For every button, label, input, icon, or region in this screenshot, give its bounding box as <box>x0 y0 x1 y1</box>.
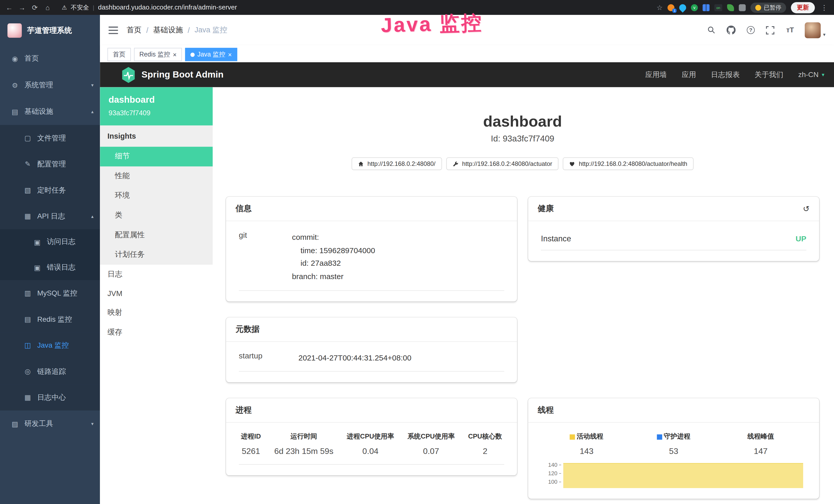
sidebar-item-system[interactable]: ⚙系统管理▾ <box>0 72 100 98</box>
sidebar-item-files[interactable]: ▢文件管理 <box>0 125 100 151</box>
stat-value: 143 <box>543 447 630 456</box>
browser-reload-icon[interactable]: ⟳ <box>31 3 39 11</box>
sidebar-item-label: 配置管理 <box>37 159 66 169</box>
service-url-link[interactable]: http://192.168.0.2:48080/ <box>351 157 442 170</box>
help-icon[interactable]: ? <box>746 25 755 35</box>
tab-redis[interactable]: Redis 监控× <box>134 48 182 61</box>
extension-grid-icon[interactable] <box>703 4 710 11</box>
actuator-url-link[interactable]: http://192.168.0.2:48080/actuator <box>446 157 559 170</box>
caret-down-icon: ▾ <box>823 31 825 37</box>
sba-brand: Spring Boot Admin <box>141 69 223 80</box>
github-icon[interactable] <box>726 25 736 35</box>
extension-leaf-icon[interactable] <box>727 4 734 11</box>
sidebar-item-java[interactable]: ◫Java 监控 <box>0 332 100 358</box>
sidebar-item-redis[interactable]: ▤Redis 监控 <box>0 306 100 332</box>
instance-name: dashboard <box>108 95 204 105</box>
sidebar-item-error-log[interactable]: ▣错误日志 <box>0 255 100 280</box>
address-divider: | <box>93 4 94 11</box>
hamburger-icon[interactable] <box>108 26 118 34</box>
sidebar-item-trace[interactable]: ◎链路追踪 <box>0 359 100 384</box>
sba-insights-group: Insights 细节 性能 环境 类 配置属性 计划任务 <box>100 125 213 265</box>
sba-item-jvm[interactable]: JVM <box>100 284 213 303</box>
emoji-face-icon <box>755 5 761 10</box>
sba-nav-about[interactable]: 关于我们 <box>755 70 784 79</box>
sidebar-item-label: 基础设施 <box>24 107 53 116</box>
browser-forward-icon[interactable]: → <box>18 3 26 11</box>
sidebar-item-jobs[interactable]: ▧定时任务 <box>0 177 100 203</box>
card-title: 进程 <box>236 405 251 415</box>
tags-view: 首页 Redis 监控× Java 监控× <box>100 45 834 62</box>
stat-header: 系统CPU使用率 <box>408 432 455 441</box>
sidebar-item-home[interactable]: ◉首页 <box>0 45 100 72</box>
sba-item-configprops[interactable]: 配置属性 <box>100 225 213 245</box>
app-sidebar: 芋道管理系统 ◉首页 ⚙系统管理▾ ▤基础设施▴ ▢文件管理 ✎配置管理 ▧定时… <box>0 15 100 504</box>
health-instance-label: Instance <box>541 234 571 243</box>
brand[interactable]: 芋道管理系统 <box>0 15 100 45</box>
extensions-puzzle-icon[interactable] <box>739 4 746 11</box>
sba-item-caches[interactable]: 缓存 <box>100 323 213 343</box>
help-glyph: ? <box>747 26 755 34</box>
extension-fox-icon[interactable]: 1 <box>667 4 675 11</box>
sidebar-item-devtools[interactable]: ▨研发工具▾ <box>0 411 100 437</box>
eye-icon: ◎ <box>23 367 32 375</box>
sidebar-item-infra[interactable]: ▤基础设施▴ <box>0 98 100 125</box>
health-url-link[interactable]: http://192.168.0.2:48080/actuator/health <box>563 157 694 170</box>
top-navbar: 首页 / 基础设施 / Java 监控 ? <box>100 15 834 45</box>
tab-java[interactable]: Java 监控× <box>185 48 237 61</box>
sba-item-classes[interactable]: 类 <box>100 206 213 225</box>
sba-item-metrics[interactable]: 性能 <box>100 166 213 186</box>
log-icon: ▦ <box>23 212 32 220</box>
tab-label: Java 监控 <box>197 50 225 59</box>
fullscreen-icon[interactable] <box>766 25 775 35</box>
sidebar-item-label: 访问日志 <box>47 237 75 247</box>
tab-home[interactable]: 首页 <box>107 48 131 61</box>
sidebar-item-label: Redis 监控 <box>37 315 72 324</box>
extension-badge: 1 <box>673 8 677 13</box>
browser-home-icon[interactable]: ⌂ <box>44 3 52 11</box>
update-button[interactable]: 更新 <box>791 2 815 13</box>
bookmark-star-icon[interactable]: ☆ <box>657 3 663 11</box>
sidebar-item-config[interactable]: ✎配置管理 <box>0 151 100 177</box>
log-icon: ▦ <box>23 393 32 401</box>
toolbox-icon: ▨ <box>10 420 19 428</box>
sba-item-scheduledtasks[interactable]: 计划任务 <box>100 245 213 265</box>
user-menu[interactable]: ▾ <box>805 22 826 38</box>
active-threads-area <box>563 463 803 488</box>
sba-nav-applications[interactable]: 应用 <box>682 70 696 79</box>
spring-boot-admin: Spring Boot Admin 应用墙 应用 日志报表 关于我们 zh-CN… <box>100 62 834 504</box>
breadcrumb-infra[interactable]: 基础设施 <box>153 25 183 35</box>
paused-badge[interactable]: 已暂停 <box>750 2 786 12</box>
sidebar-item-log-center[interactable]: ▦日志中心 <box>0 384 100 410</box>
stat-header: 进程ID <box>241 432 261 441</box>
threads-stat-live: 活动线程 143 <box>543 432 630 456</box>
sba-item-env[interactable]: 环境 <box>100 186 213 206</box>
sba-nav-wallboard[interactable]: 应用墙 <box>645 70 667 79</box>
font-size-icon[interactable]: тT <box>785 25 795 35</box>
browser-menu-icon[interactable]: ⋮ <box>820 3 829 11</box>
sba-group-label: Insights <box>100 125 213 147</box>
close-icon[interactable]: × <box>228 51 232 58</box>
sidebar-item-api-log[interactable]: ▦API 日志▴ <box>0 203 100 229</box>
chevron-up-icon: ▴ <box>91 109 93 115</box>
breadcrumb-home[interactable]: 首页 <box>127 25 141 35</box>
extension-on-icon[interactable]: on <box>714 4 722 11</box>
sba-nav-journal[interactable]: 日志报表 <box>711 70 740 79</box>
sba-item-mappings[interactable]: 映射 <box>100 303 213 323</box>
extension-drop-icon[interactable] <box>678 3 687 12</box>
close-icon[interactable]: × <box>173 51 177 58</box>
sba-header: Spring Boot Admin 应用墙 应用 日志报表 关于我们 zh-CN… <box>100 62 834 87</box>
sba-item-logs[interactable]: 日志 <box>100 265 213 284</box>
history-icon[interactable]: ↺ <box>803 204 810 213</box>
address-bar[interactable]: ⚠ 不安全 | dashboard.yudao.iocoder.cn/infra… <box>62 3 652 11</box>
git-label: git <box>239 231 292 283</box>
extension-green-icon[interactable]: v <box>691 4 698 11</box>
search-icon[interactable] <box>707 25 716 35</box>
live-threads-swatch-icon <box>570 434 575 439</box>
browser-back-icon[interactable]: ← <box>5 3 13 11</box>
sba-locale-select[interactable]: zh-CN ▾ <box>798 71 825 78</box>
sidebar-item-mysql[interactable]: ▥MySQL 监控 <box>0 280 100 306</box>
sidebar-item-access-log[interactable]: ▣访问日志 <box>0 229 100 255</box>
dashboard-icon: ◉ <box>10 54 19 62</box>
sba-item-details[interactable]: 细节 <box>100 147 213 167</box>
sba-instance-header[interactable]: dashboard 93a3fc7f7409 <box>100 87 213 125</box>
